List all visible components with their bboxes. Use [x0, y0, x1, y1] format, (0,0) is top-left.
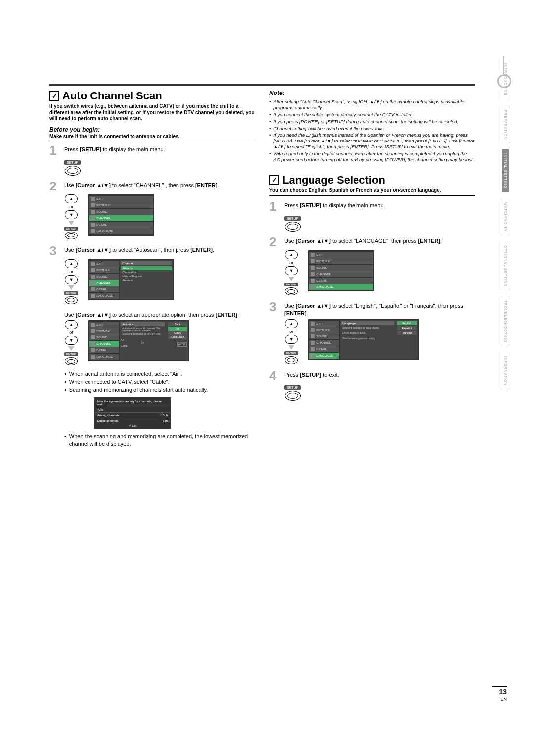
- digital-channels-value: 6ch: [163, 419, 168, 422]
- menu-detail: DETAIL: [89, 286, 119, 292]
- content-area: ✓Auto Channel Scan If you switch wires (…: [49, 84, 475, 687]
- cursor-up-icon: ▲: [65, 194, 78, 203]
- auto-scan-intro: If you switch wires (e.g., between anten…: [49, 103, 255, 122]
- page-lang: EN: [500, 697, 507, 702]
- menu-picture: PICTURE: [309, 258, 373, 264]
- step-4: 4 Press [SETUP] to exit.: [269, 369, 475, 382]
- menu-sound: SOUND: [89, 274, 119, 280]
- cursor-up-icon: ▲: [65, 259, 78, 268]
- menu-picture: PICTURE: [309, 327, 339, 333]
- checkbox-icon: ✓: [49, 91, 59, 101]
- or-label: or: [69, 269, 73, 274]
- step-text: Press [SETUP] to display the main menu.: [64, 144, 255, 157]
- menu-exit: EXIT: [89, 261, 119, 267]
- menu-detail: DETAIL: [309, 278, 373, 284]
- submenu-channel-list: Channel List: [121, 270, 172, 274]
- step-number: 2: [49, 180, 60, 192]
- analog-channels-value: 10ch: [161, 414, 168, 417]
- setup-button-graphic: SETUP: [64, 159, 255, 176]
- on-screen-menu-language: EXIT PICTURE SOUND CHANNEL DETAIL LANGUA…: [308, 319, 419, 360]
- digital-channels-label: Digital channels: [97, 419, 118, 422]
- on-screen-menu: EXIT PICTURE SOUND CHANNEL DETAIL LANGUA…: [308, 250, 374, 291]
- language-submenu-title: Language: [341, 321, 394, 325]
- or-label: or: [289, 329, 293, 334]
- enter-button-label: ENTER: [64, 352, 78, 356]
- step-number: 4: [269, 369, 280, 382]
- note-item: If you connect the cable system directly…: [269, 112, 475, 118]
- opt-cable-1h: Cable 1 hour: [168, 335, 187, 339]
- step-text: Use [Cursor ▲/▼] to select "English", "E…: [284, 300, 475, 317]
- lang-opt-english: English: [397, 321, 417, 325]
- menu-language: LANGUAGE: [89, 354, 119, 360]
- step-1: 1 Press [SETUP] to display the main menu…: [49, 144, 255, 157]
- on-screen-menu: EXIT PICTURE SOUND CHANNEL DETAIL LANGUA…: [88, 194, 154, 236]
- step-text: Use [Cursor ▲/▼] to select "Autoscan", t…: [64, 244, 255, 257]
- enter-button-icon: [65, 296, 78, 304]
- autoscan-msg1: Autoscan will rescan all channels. This …: [121, 327, 165, 333]
- triangle-down-icon: [68, 346, 74, 351]
- language-intro: You can choose English, Spanish or Frenc…: [269, 188, 475, 196]
- enter-button-label: ENTER: [64, 291, 78, 295]
- lang-row-es: Elija el idioma de ajuste.: [341, 331, 394, 335]
- autoscan-submenu-title: Autoscan: [121, 322, 165, 326]
- setup-button-icon: [285, 391, 301, 401]
- bullet-list: When aerial antenna is connected, select…: [64, 370, 255, 394]
- menu-language: LANGUAGE: [89, 293, 119, 299]
- menu-language: LANGUAGE: [89, 228, 153, 234]
- antin-label: ANT.IN: [177, 342, 187, 347]
- step-3b-text: Use [Cursor ▲/▼] to select an appropriat…: [64, 309, 255, 319]
- step-number: 1: [269, 200, 280, 213]
- triangle-down-icon: [288, 345, 294, 350]
- enter-button-icon: [285, 356, 298, 364]
- scanning-progress-box: Now the system is scanning for channels,…: [94, 397, 171, 429]
- setup-button-icon: [65, 166, 81, 176]
- submenu-title: Channel: [121, 261, 172, 265]
- on-screen-menu-autoscan: EXIT PICTURE SOUND CHANNEL DETAIL LANGUA…: [88, 320, 189, 361]
- menu-picture: PICTURE: [89, 202, 153, 208]
- setup-button-icon: [285, 222, 301, 232]
- menu-channel: CHANNEL: [309, 271, 373, 277]
- language-title: Language Selection: [282, 174, 385, 187]
- triangle-down-icon: [288, 277, 294, 281]
- left-column: ✓Auto Channel Scan If you switch wires (…: [49, 90, 255, 451]
- bullet-list: When the scanning and memorizing are com…: [64, 433, 255, 448]
- menu-exit: EXIT: [89, 196, 153, 202]
- note-item: If you need the English menus instead of…: [269, 132, 475, 150]
- auto-scan-heading: ✓Auto Channel Scan: [49, 90, 255, 102]
- on-screen-menu-channel: EXIT PICTURE SOUND CHANNEL DETAIL LANGUA…: [88, 259, 174, 300]
- opt-back: Back: [168, 322, 187, 326]
- note-list: After setting "Auto Channel Scan", using…: [269, 99, 475, 163]
- enter-button-icon: [65, 232, 78, 239]
- cursor-down-icon: ▼: [285, 266, 298, 275]
- note-item: After setting "Auto Channel Scan", using…: [269, 99, 475, 111]
- step-number: 1: [49, 144, 60, 157]
- step-text: Use [Cursor ▲/▼] to select "CHANNEL" , t…: [64, 180, 255, 192]
- step-3: 3 Use [Cursor ▲/▼] to select "English", …: [269, 300, 475, 317]
- menu-picture: PICTURE: [89, 328, 119, 334]
- menu-channel: CHANNEL: [309, 340, 339, 346]
- note-item: If you press [POWER] or [SETUP] during a…: [269, 119, 475, 125]
- scan-exit-label: ⏎ Exit: [95, 423, 170, 427]
- bullet-item: Scanning and memorizing of channels star…: [64, 386, 255, 394]
- menu-picture: PICTURE: [89, 267, 119, 273]
- menu-sound: SOUND: [89, 334, 119, 340]
- menu-sound: SOUND: [309, 265, 373, 271]
- tab-troubleshooting: TROUBLESHOOTING: [502, 296, 509, 346]
- enter-button-icon: [285, 287, 298, 295]
- step-text: Press [SETUP] to display the main menu.: [284, 200, 475, 213]
- submenu-autoscan: Autoscan: [121, 266, 172, 270]
- cursor-enter-graphic: ▲ or ▼ ENTER EXIT PICTURE SOUND CHANNEL …: [64, 194, 255, 239]
- before-you-begin-heading: Before you begin:: [49, 126, 255, 133]
- cursor-enter-graphic: ▲ or ▼ ENTER EXIT PICTURE SOUND CHANNEL …: [64, 320, 255, 365]
- analog-channels-label: Analog channels: [97, 414, 119, 417]
- top-rule: [49, 84, 475, 86]
- note-heading: Note:: [269, 90, 475, 97]
- side-tabs: INTRODUCTION PREPARATION INITIAL SETTING…: [502, 59, 509, 390]
- cursor-down-icon: ▼: [65, 210, 78, 219]
- menu-language: LANGUAGE: [309, 353, 339, 359]
- cursor-up-icon: ▲: [65, 320, 78, 329]
- menu-sound: SOUND: [89, 209, 153, 215]
- manual-page: INTRODUCTION PREPARATION INITIAL SETTING…: [0, 0, 534, 756]
- language-heading: ✓Language Selection: [269, 174, 475, 187]
- cursor-enter-graphic: ▲ or ▼ ENTER EXIT PICTURE SOUND CHANNEL …: [284, 250, 475, 295]
